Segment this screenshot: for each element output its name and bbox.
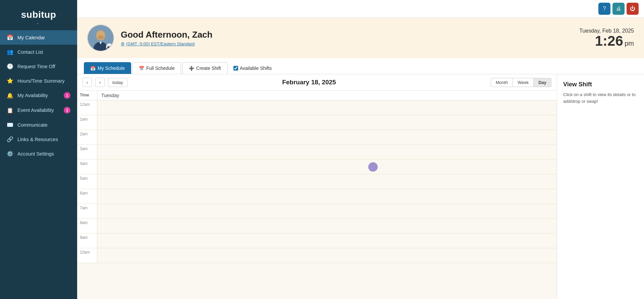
- time-label: 8am: [77, 219, 97, 233]
- time-label: 5am: [77, 174, 97, 189]
- calendar-icon-2: 📅: [139, 66, 144, 71]
- time-column-header: Time: [77, 91, 97, 100]
- sidebar-logo: subitup ˬ: [0, 0, 77, 30]
- today-button[interactable]: today: [108, 78, 127, 87]
- sidebar-item-label: My Availability: [17, 93, 48, 98]
- time-row: 8am: [77, 219, 557, 233]
- tab-create-shift[interactable]: ➕ Create Shift: [182, 62, 227, 74]
- sidebar-item-label: Links & Resources: [17, 137, 58, 142]
- calendar-area: ‹ › today February 18, 2025 Month Week D…: [77, 74, 644, 299]
- sidebar-item-communicate[interactable]: ✉️ Communicate: [0, 118, 77, 132]
- logo-smile: ˬ: [8, 19, 69, 24]
- sidebar-item-request-time-off[interactable]: 🕐 Request Time Off: [0, 59, 77, 74]
- view-shift-panel: View Shift Click on a shift to view its …: [557, 74, 644, 299]
- time-cell[interactable]: [97, 174, 557, 189]
- plus-icon: ➕: [189, 66, 194, 71]
- event-availability-badge: 1: [64, 107, 70, 114]
- time-row: 4am: [77, 160, 557, 174]
- tab-full-schedule-label: Full Schedule: [146, 66, 175, 71]
- sidebar: subitup ˬ 📅 My Calendar 👥 Contact List 🕐…: [0, 0, 77, 299]
- month-view-button[interactable]: Month: [491, 78, 513, 87]
- sidebar-item-label: Hours/Time Summary: [17, 78, 64, 84]
- power-button[interactable]: ⏻: [627, 3, 639, 15]
- view-shift-description: Click on a shift to view its details or …: [563, 91, 638, 104]
- time-cell[interactable]: [97, 233, 557, 248]
- sidebar-item-my-calendar[interactable]: 📅 My Calendar: [0, 30, 77, 45]
- tab-full-schedule[interactable]: 📅 Full Schedule: [132, 62, 181, 74]
- sidebar-item-contact-list[interactable]: 👥 Contact List: [0, 45, 77, 59]
- tab-my-schedule[interactable]: 📅 My Schedule: [84, 62, 131, 74]
- time-cell[interactable]: [97, 130, 557, 144]
- event-availability-icon: 📋: [7, 107, 13, 114]
- time-label: 12am: [77, 100, 97, 115]
- header-greeting: 📷 Good Afternoon, Zach ⚙ (GMT -5:00) EST…: [77, 18, 644, 58]
- sidebar-item-account-settings[interactable]: ⚙️ Account Settings: [0, 146, 77, 161]
- view-buttons: Month Week Day: [491, 78, 551, 87]
- time-row: 5am: [77, 174, 557, 189]
- week-view-button[interactable]: Week: [513, 78, 534, 87]
- topbar: ? 🖨 ⏻: [77, 0, 644, 18]
- calendar-grid: Time Tuesday 12am 1am 2am 3am 4am 5am: [77, 91, 557, 299]
- current-time: 1:26: [595, 33, 623, 49]
- sidebar-item-my-availability[interactable]: 🔔 My Availability 1: [0, 88, 77, 103]
- tab-create-shift-label: Create Shift: [196, 66, 221, 71]
- time-row: 12am: [77, 100, 557, 115]
- time-cell[interactable]: [97, 145, 557, 159]
- time-label: 7am: [77, 204, 97, 218]
- schedule-tabs: 📅 My Schedule 📅 Full Schedule ➕ Create S…: [77, 58, 644, 74]
- time-ampm: pm: [625, 40, 634, 47]
- header-left: 📷 Good Afternoon, Zach ⚙ (GMT -5:00) EST…: [87, 25, 212, 51]
- day-view-button[interactable]: Day: [534, 78, 551, 87]
- gear-icon: ⚙: [121, 41, 125, 46]
- communicate-icon: ✉️: [7, 122, 13, 128]
- time-row: 2am: [77, 130, 557, 145]
- sidebar-item-links-resources[interactable]: 🔗 Links & Resources: [0, 132, 77, 146]
- help-button[interactable]: ?: [598, 3, 610, 15]
- time-label: 9am: [77, 233, 97, 248]
- time-row: 7am: [77, 204, 557, 219]
- my-calendar-icon: 📅: [7, 34, 13, 41]
- time-cell[interactable]: [97, 219, 557, 233]
- time-label: 4am: [77, 160, 97, 174]
- sidebar-item-event-availability[interactable]: 📋 Event Availability 1: [0, 103, 77, 118]
- greeting-block: Good Afternoon, Zach ⚙ (GMT -5:00) EST/E…: [121, 30, 212, 46]
- time-row: 6am: [77, 189, 557, 204]
- time-label: 3am: [77, 145, 97, 159]
- time-cell[interactable]: [97, 189, 557, 204]
- time-row: 10am: [77, 248, 557, 263]
- main-content: ? 🖨 ⏻: [77, 0, 644, 299]
- tab-available-shifts[interactable]: Available Shifts: [229, 62, 276, 74]
- print-button[interactable]: 🖨: [612, 3, 625, 15]
- time-cell[interactable]: [97, 248, 557, 263]
- svg-point-5: [98, 35, 103, 39]
- request-time-off-icon: 🕐: [7, 63, 13, 70]
- day-column-header: Tuesday: [97, 91, 557, 100]
- sidebar-item-hours-time-summary[interactable]: ⭐ Hours/Time Summary: [0, 74, 77, 88]
- time-row: 1am: [77, 115, 557, 130]
- calendar-toolbar: ‹ › today February 18, 2025 Month Week D…: [77, 74, 557, 91]
- calendar-icon: 📅: [90, 66, 96, 71]
- time-label: 10am: [77, 248, 97, 263]
- sidebar-item-label: Request Time Off: [17, 64, 55, 69]
- my-availability-badge: 1: [64, 92, 70, 99]
- time-cell[interactable]: [97, 115, 557, 130]
- links-resources-icon: 🔗: [7, 136, 13, 142]
- calendar-title: February 18, 2025: [131, 79, 487, 86]
- time-cell[interactable]: [97, 100, 557, 115]
- timezone-link[interactable]: ⚙ (GMT -5:00) EST/Eastern Standard: [121, 41, 212, 46]
- cursor-indicator: [368, 162, 378, 172]
- my-availability-icon: 🔔: [7, 92, 13, 99]
- avatar-camera-icon[interactable]: 📷: [106, 43, 113, 50]
- view-shift-title: View Shift: [563, 81, 638, 88]
- next-button[interactable]: ›: [95, 78, 105, 87]
- account-settings-icon: ⚙️: [7, 151, 13, 157]
- contact-list-icon: 👥: [7, 49, 13, 55]
- prev-button[interactable]: ‹: [83, 78, 92, 87]
- time-label: 1am: [77, 115, 97, 130]
- tab-available-shifts-label: Available Shifts: [240, 66, 272, 71]
- time-cell[interactable]: [97, 160, 557, 174]
- time-cell[interactable]: [97, 204, 557, 218]
- calendar-main: ‹ › today February 18, 2025 Month Week D…: [77, 74, 557, 299]
- sidebar-nav: 📅 My Calendar 👥 Contact List 🕐 Request T…: [0, 30, 77, 299]
- available-shifts-checkbox[interactable]: [233, 66, 238, 71]
